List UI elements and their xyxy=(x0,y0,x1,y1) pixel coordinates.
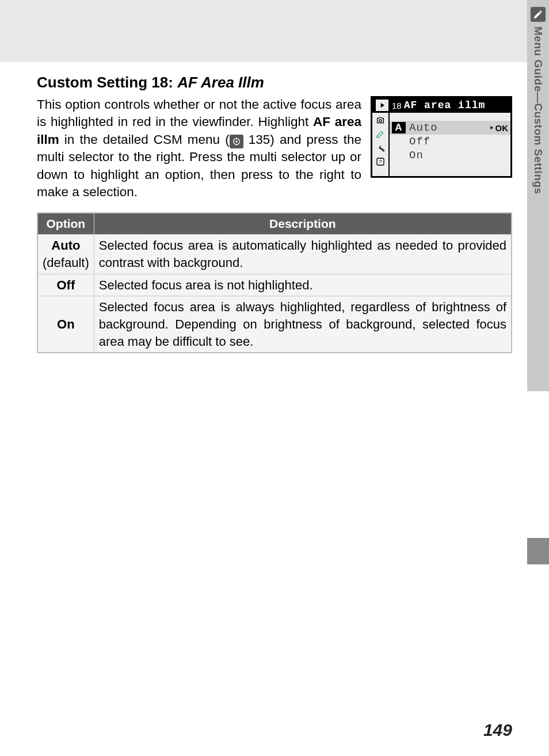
table-row: On Selected focus area is always highlig… xyxy=(37,296,512,353)
svg-point-2 xyxy=(379,120,382,122)
lcd-menu-title: AF area illm xyxy=(404,100,486,111)
table-row: Auto (default) Selected focus area is au… xyxy=(37,235,512,274)
table-option: Auto xyxy=(51,238,80,253)
table-header-option: Option xyxy=(37,213,94,235)
lcd-item-label: Off xyxy=(409,135,430,148)
table-header-description: Description xyxy=(94,213,512,235)
body-paragraph: This option controls whether or not the … xyxy=(37,96,361,201)
heading-prefix: Custom Setting 18: xyxy=(37,74,177,91)
lcd-preview: 18 AF area illm ? A Auto xyxy=(371,96,512,178)
table-option-sub: (default) xyxy=(43,254,89,272)
lcd-item-label: Auto xyxy=(409,121,438,134)
page-number: 149 xyxy=(483,720,512,740)
pencil2-icon xyxy=(375,129,386,139)
side-accent-block xyxy=(527,538,549,564)
table-option: On xyxy=(37,296,94,353)
manual-ref-icon xyxy=(230,135,243,148)
table-option: Off xyxy=(37,274,94,296)
table-description: Selected focus area is automatically hig… xyxy=(94,235,512,274)
lcd-options-list: A Auto OK Off xyxy=(388,113,510,176)
table-description: Selected focus area is always highlighte… xyxy=(94,296,512,353)
help-icon: ? xyxy=(375,156,386,167)
lcd-menu-number: 18 xyxy=(392,101,402,110)
lcd-item-badge: A xyxy=(392,122,406,133)
svg-text:?: ? xyxy=(379,159,382,165)
ok-indicator: OK xyxy=(489,123,509,133)
body-text-1b: in the detailed CSM menu ( xyxy=(59,132,230,147)
svg-point-1 xyxy=(235,140,237,142)
lcd-item-off: Off xyxy=(390,135,510,148)
wrench-icon xyxy=(375,143,386,153)
heading-title: AF Area Illm xyxy=(177,74,264,91)
table-row: Off Selected focus area is not highlight… xyxy=(37,274,512,296)
lcd-left-icons: ? xyxy=(372,113,388,176)
pencil-icon xyxy=(531,7,546,22)
play-icon xyxy=(376,100,388,111)
section-heading: Custom Setting 18: AF Area Illm xyxy=(37,74,512,91)
options-table: Option Description Auto (default) Select… xyxy=(37,212,512,353)
lcd-item-label: On xyxy=(409,149,424,162)
table-description: Selected focus area is not highlighted. xyxy=(94,274,512,296)
lcd-header: 18 AF area illm xyxy=(372,98,510,113)
top-grey-band xyxy=(0,0,549,62)
lcd-item-on: On xyxy=(390,148,510,162)
ok-label: OK xyxy=(495,123,509,133)
lcd-item-auto: A Auto OK xyxy=(390,121,510,135)
camera-icon xyxy=(375,115,386,125)
